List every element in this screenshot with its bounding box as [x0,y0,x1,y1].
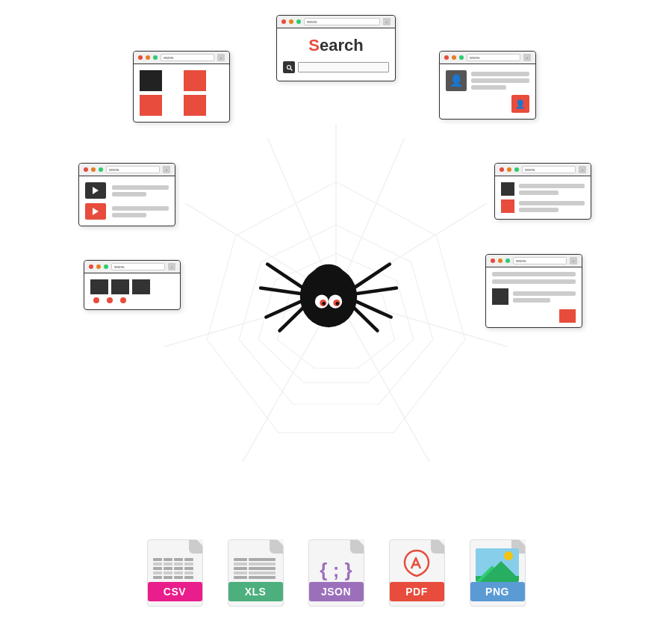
browser-bar-video: www. › [79,164,175,176]
dot-red-profile [444,55,449,60]
dot-red-product [89,264,93,269]
product-dot-3 [120,297,126,303]
person-icon-red: 👤 [515,99,526,109]
url-bar-video: www. [106,166,160,173]
dot-green-product [104,264,108,269]
file-body-pdf: PDF [389,539,445,607]
browser-card-video: www. › [78,163,175,226]
dot-green-search [296,19,301,24]
file-corner-xls [270,540,283,554]
dot-red-list [500,167,504,172]
video-row-1 [85,182,169,199]
url-bar-cr: www. [513,257,567,264]
csv-content [153,558,196,579]
file-icon-csv: CSV [141,539,208,607]
profile-content: 👤 👤 [440,64,535,119]
arrow-btn-video: › [163,166,170,173]
search-input-field[interactable] [298,62,389,72]
search-magnifier-icon [283,61,295,73]
dot-orange-grid [146,55,150,60]
person-icon: 👤 [449,74,464,87]
dot-green-video [99,167,103,172]
url-bar-list: www. [522,166,576,173]
dot-red-search [281,19,286,24]
browser-card-grid: www. › [133,51,230,123]
dot-red-cr [491,258,495,263]
arrow-btn-search: › [383,18,391,25]
play-button-2-red [85,203,106,220]
browser-bar-profile: www. › [440,52,535,64]
grid-content [134,64,229,122]
arrow-btn-grid: › [217,54,225,61]
browser-bar-product: www. › [84,261,180,273]
browser-bar-grid: www. › [134,52,229,64]
grid-cell-3 [140,95,162,116]
file-label-xls: XLS [228,582,283,601]
file-body-xls: XLS [228,539,284,607]
product-sq-1 [90,279,108,294]
browser-bar-search: www. › [277,16,395,28]
video-line-2a [112,206,169,211]
files-row: CSV [141,539,531,607]
browser-card-product: www. › [84,260,181,310]
url-bar-grid: www. [161,54,214,61]
avatar-icon-red: 👤 [511,95,529,113]
profile-line-3 [471,85,506,90]
file-label-png: PNG [470,582,525,601]
file-icon-json: { ; } JSON [302,539,370,607]
url-bar-product: www. [111,263,165,270]
png-preview [476,548,519,582]
dot-green-list [514,167,519,172]
list-content [495,176,591,219]
file-body-png: PNG [470,539,526,607]
list-line-1a [519,184,585,188]
video-line-1b [112,192,146,196]
grid-cell-1 [140,70,162,91]
svg-point-30 [312,264,345,289]
video-content [79,176,175,226]
dot-orange-profile [452,55,456,60]
file-label-csv: CSV [148,582,202,601]
list-line-1b [519,190,559,195]
play-triangle-1 [93,187,99,194]
search-rest: earch [320,36,364,55]
file-icon-png: PNG [464,539,531,607]
video-line-1a [112,185,169,190]
list-sq-red-2 [501,199,514,213]
product-dot-2 [107,297,113,303]
main-scene: www. › Search www. › [0,0,672,629]
cr-line-1 [492,272,576,276]
pdf-acrobat-icon [401,548,432,579]
cr-sq-black [492,288,508,305]
list-row-1 [501,182,585,196]
browser-card-content-right: www. › [485,254,582,328]
content-right-body [486,267,582,327]
arrow-btn-product: › [168,263,175,270]
json-braces: { ; } [320,559,352,582]
browser-card-profile: www. › 👤 👤 [439,51,536,120]
cr-line-2 [492,279,576,284]
file-label-json: JSON [309,582,364,601]
file-corner-csv [189,540,202,554]
svg-point-29 [336,302,340,306]
product-sq-3 [132,279,150,294]
play-button-1 [85,182,106,199]
arrow-btn-profile: › [523,54,531,61]
product-sq-2 [111,279,129,294]
cr-line-4 [513,298,550,303]
file-corner-json [350,540,364,554]
list-line-2b [519,208,559,212]
dot-red-video [84,167,88,172]
file-label-pdf: PDF [390,582,444,601]
search-s: S [308,36,320,55]
browser-bar-content-right: www. › [486,255,582,267]
search-title: Search [283,31,389,58]
dot-orange-video [91,167,96,172]
dot-orange-list [507,167,511,172]
svg-point-13 [287,65,290,69]
file-icon-pdf: PDF [383,539,450,607]
arrow-btn-list: › [579,166,586,173]
list-sq-black-1 [501,182,514,196]
png-sun [504,551,513,560]
url-bar-profile: www. [467,54,520,61]
